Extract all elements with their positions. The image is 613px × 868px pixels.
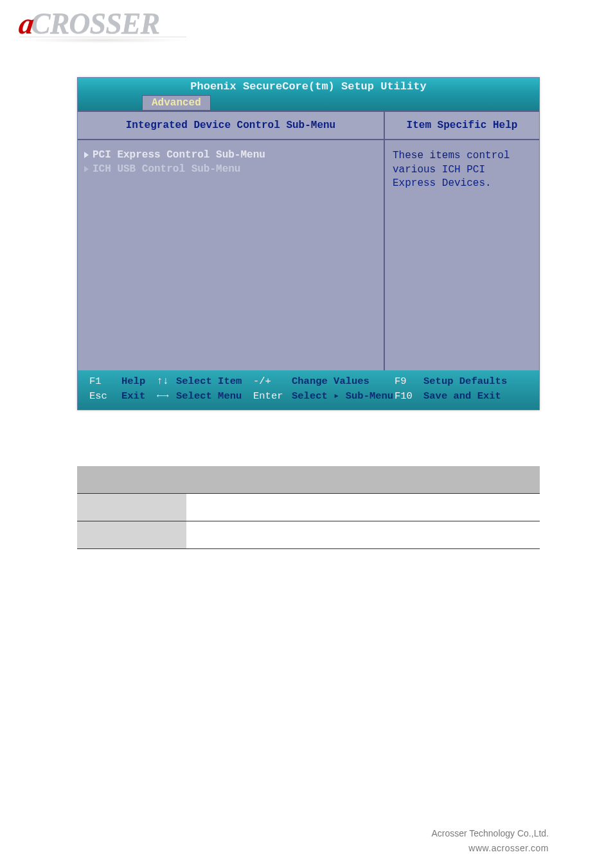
action-save-exit: Save and Exit	[423, 389, 501, 404]
menu-item-ich-usb[interactable]: ICH USB Control Sub-Menu	[84, 163, 377, 175]
key-leftright: ←→	[157, 389, 176, 404]
logo: aCROSSER	[19, 6, 186, 43]
key-plusminus: -/+	[253, 374, 292, 389]
action-help: Help	[121, 374, 157, 389]
table-header-cell	[276, 466, 540, 493]
action-exit: Exit	[121, 389, 157, 404]
description-table	[77, 466, 540, 549]
help-panel: These items control various ICH PCI Expr…	[385, 140, 539, 370]
key-f9: F9	[395, 374, 423, 389]
triangle-icon	[84, 166, 89, 172]
menu-item-label: PCI Express Control Sub-Menu	[93, 149, 265, 161]
table-cell	[77, 494, 186, 521]
company-url: www.acrosser.com	[431, 841, 549, 855]
table-cell	[276, 521, 540, 548]
company-name: Acrosser Technology Co.,Ltd.	[431, 826, 549, 840]
bios-tab-bar: Advanced	[78, 93, 539, 111]
action-select-submenu: Select ▸ Sub-Menu	[292, 389, 395, 404]
key-enter: Enter	[253, 389, 292, 404]
panel-left-header: Integrated Device Control Sub-Menu	[78, 112, 385, 139]
table-header-cell	[77, 466, 186, 493]
table-header-row	[77, 466, 540, 494]
menu-panel: PCI Express Control Sub-Menu ICH USB Con…	[78, 140, 385, 370]
action-change-values: Change Values	[292, 374, 395, 389]
table-row	[77, 521, 540, 549]
action-select-item: Select Item	[176, 374, 253, 389]
logo-rest: CROSSER	[31, 7, 159, 40]
table-header-cell	[186, 466, 276, 493]
key-f1: F1	[89, 374, 121, 389]
action-select-menu: Select Menu	[176, 389, 253, 404]
panel-right-header: Item Specific Help	[385, 112, 539, 139]
table-cell	[186, 521, 276, 548]
key-updown: ↑↓	[157, 374, 176, 389]
table-cell	[77, 521, 186, 548]
triangle-icon	[84, 152, 89, 158]
table-row	[77, 494, 540, 521]
table-cell	[276, 494, 540, 521]
tab-advanced[interactable]: Advanced	[142, 95, 211, 110]
page-footer: Acrosser Technology Co.,Ltd. www.acrosse…	[431, 826, 549, 855]
bios-key-legend: F1 Help ↑↓ Select Item -/+ Change Values…	[78, 370, 539, 410]
menu-item-label: ICH USB Control Sub-Menu	[93, 163, 240, 175]
action-setup-defaults: Setup Defaults	[423, 374, 507, 389]
bios-screenshot: Phoenix SecureCore(tm) Setup Utility Adv…	[77, 77, 540, 410]
menu-item-pci-express[interactable]: PCI Express Control Sub-Menu	[84, 149, 377, 161]
key-esc: Esc	[89, 389, 121, 404]
table-cell	[186, 494, 276, 521]
bios-title: Phoenix SecureCore(tm) Setup Utility	[78, 78, 539, 93]
key-f10: F10	[395, 389, 423, 404]
